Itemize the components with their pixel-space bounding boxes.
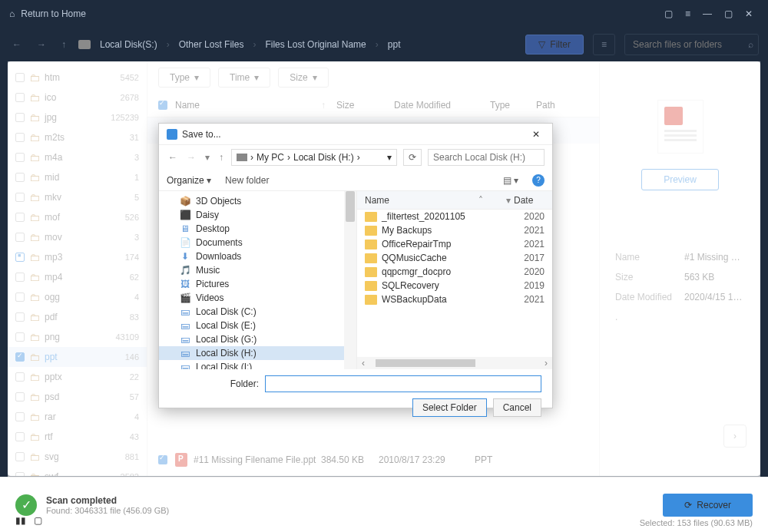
- tree-item-label: Pictures: [196, 279, 229, 289]
- tree-item[interactable]: 🖴Local Disk (I:): [159, 360, 356, 369]
- breadcrumb-3[interactable]: ppt: [388, 39, 401, 50]
- tree-item-label: Downloads: [196, 251, 241, 262]
- minimize-icon[interactable]: —: [697, 8, 718, 19]
- tree-item-icon: 🎬: [179, 292, 191, 303]
- horizontal-scrollbar[interactable]: ‹ ›: [357, 357, 552, 369]
- scroll-left-icon[interactable]: ‹: [357, 358, 369, 368]
- stop-icon[interactable]: ▢: [34, 515, 42, 526]
- list-item[interactable]: QQMusicCache2017: [357, 251, 552, 265]
- new-folder-button[interactable]: New folder: [225, 175, 269, 186]
- folder-icon: [365, 295, 377, 305]
- tree-item[interactable]: 🖴Local Disk (C:): [159, 305, 356, 319]
- dialog-close-icon[interactable]: ✕: [528, 127, 545, 141]
- footer: ✓ Scan completed Found: 3046331 file (45…: [0, 477, 768, 532]
- dialog-toolbar: Organize ▾ New folder ▤ ▾ ?: [159, 170, 552, 191]
- tree-item[interactable]: 📄Documents: [159, 236, 356, 249]
- back-icon[interactable]: ←: [167, 150, 179, 164]
- sort-indicator-icon[interactable]: ˄: [478, 195, 483, 206]
- list-item-date: 2021: [514, 239, 545, 249]
- tree-item[interactable]: 🖴Local Disk (E:): [159, 319, 356, 332]
- list-item-date: 2020: [514, 211, 545, 222]
- return-home-link[interactable]: Return to Home: [21, 8, 86, 19]
- search-box[interactable]: ⌕: [624, 34, 759, 55]
- list-item-date: 2017: [514, 253, 545, 263]
- list-item[interactable]: SQLRecovery2019: [357, 279, 552, 292]
- help-icon[interactable]: ?: [532, 174, 545, 187]
- search-input[interactable]: [633, 39, 748, 50]
- tree-item[interactable]: 🖴Local Disk (G:): [159, 332, 356, 346]
- folder-icon: [365, 253, 377, 263]
- tree-item-label: Documents: [196, 237, 243, 248]
- back-arrow-icon[interactable]: ←: [9, 36, 25, 53]
- dropdown-icon[interactable]: ▾: [204, 150, 211, 164]
- forward-arrow-icon: →: [34, 36, 49, 53]
- tree-item[interactable]: ⬇Downloads: [159, 249, 356, 263]
- recover-icon: ⟳: [684, 500, 692, 511]
- list-view-button[interactable]: ≡: [593, 34, 615, 55]
- layout-icon[interactable]: ▢: [658, 8, 679, 19]
- folder-input[interactable]: [265, 375, 541, 392]
- search-icon[interactable]: ⌕: [748, 39, 753, 50]
- tree-item-icon: 📦: [179, 196, 191, 207]
- organize-button[interactable]: Organize ▾: [167, 175, 211, 186]
- tree-item[interactable]: 🖴Local Disk (H:): [159, 346, 356, 360]
- dialog-titlebar: Save to... ✕: [159, 124, 552, 145]
- funnel-icon: ▽: [538, 39, 545, 50]
- filter-button[interactable]: ▽ Filter: [525, 35, 584, 55]
- list-item-name: My Backups: [382, 225, 509, 236]
- select-folder-button[interactable]: Select Folder: [412, 398, 487, 417]
- tree-item-icon: 🖥: [179, 223, 191, 234]
- titlebar: ⌂ Return to Home ▢ ≡ — ▢ ✕: [0, 0, 768, 28]
- close-icon[interactable]: ✕: [739, 8, 759, 19]
- tree-scrollbar[interactable]: [344, 191, 356, 369]
- list-item-name: _filtertest_20201105: [382, 211, 509, 222]
- breadcrumb-0[interactable]: Local Disk(S:): [100, 39, 157, 50]
- folder-icon: [365, 240, 377, 249]
- up-icon[interactable]: ↑: [217, 150, 225, 164]
- tree-item[interactable]: 🖼Pictures: [159, 277, 356, 291]
- tree-item[interactable]: ⬛Daisy: [159, 208, 356, 222]
- maximize-icon[interactable]: ▢: [718, 8, 739, 19]
- list-item-name: SQLRecovery: [382, 280, 509, 291]
- app-icon: [167, 129, 177, 140]
- tree-item[interactable]: 📦3D Objects: [159, 194, 356, 208]
- breadcrumb-1[interactable]: Other Lost Files: [179, 39, 244, 50]
- dialog-footer: Folder: Select Folder Cancel: [159, 369, 552, 423]
- list-item[interactable]: qqpcmgr_docpro2020: [357, 265, 552, 279]
- tree-item-icon: 🖴: [179, 362, 191, 369]
- tree-item-icon: ⬇: [179, 251, 191, 262]
- view-mode-button[interactable]: ▤ ▾: [503, 175, 518, 186]
- scroll-right-icon[interactable]: ›: [540, 358, 552, 368]
- path-dropdown-icon[interactable]: ▾: [387, 152, 392, 163]
- list-item-name: QQMusicCache: [382, 253, 509, 263]
- tree-item-label: Local Disk (G:): [196, 334, 257, 345]
- tree-item[interactable]: 🎬Videos: [159, 291, 356, 305]
- list-col-dropdown-icon[interactable]: ▾: [506, 195, 511, 206]
- tree-item-label: 3D Objects: [196, 196, 241, 207]
- tree-item-label: Local Disk (H:): [196, 348, 257, 359]
- cancel-button[interactable]: Cancel: [493, 398, 541, 417]
- recover-button[interactable]: ⟳ Recover: [663, 494, 753, 517]
- selection-info: Selected: 153 files (90.63 MB): [640, 518, 753, 527]
- list-item[interactable]: _filtertest_202011052020: [357, 210, 552, 223]
- refresh-icon[interactable]: ⟳: [403, 149, 422, 166]
- list-item[interactable]: WSBackupData2021: [357, 292, 552, 306]
- dialog-search-input[interactable]: [428, 149, 545, 166]
- tree-item-icon: 🎵: [179, 265, 191, 276]
- up-arrow-icon[interactable]: ↑: [58, 36, 69, 53]
- list-item[interactable]: OfficeRepairTmp2021: [357, 237, 552, 251]
- list-col-name[interactable]: Name: [365, 195, 478, 206]
- home-icon[interactable]: ⌂: [9, 8, 15, 19]
- list-item-name: OfficeRepairTmp: [382, 239, 509, 249]
- breadcrumb-2[interactable]: Files Lost Original Name: [265, 39, 366, 50]
- tree-item[interactable]: 🖥Desktop: [159, 222, 356, 236]
- path-field[interactable]: › My PC › Local Disk (H:) › ▾: [231, 149, 397, 166]
- list-item-name: WSBackupData: [382, 294, 509, 305]
- tree-item-label: Local Disk (I:): [196, 362, 252, 369]
- menu-icon[interactable]: ≡: [679, 8, 697, 19]
- list-col-date[interactable]: Date: [514, 195, 545, 206]
- pause-icon[interactable]: ▮▮: [15, 515, 26, 526]
- list-item[interactable]: My Backups2021: [357, 223, 552, 237]
- tree-item[interactable]: 🎵Music: [159, 263, 356, 277]
- list-item-date: 2019: [514, 280, 545, 291]
